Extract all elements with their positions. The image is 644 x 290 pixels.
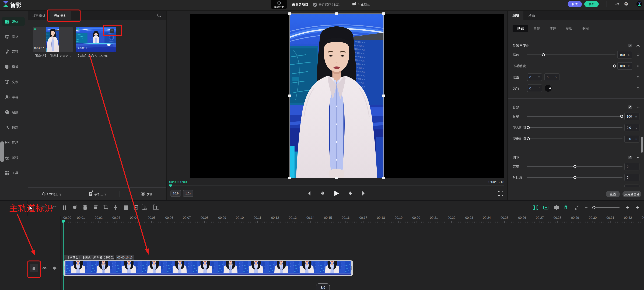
svg-text:00:12: 00:12: [271, 216, 279, 220]
svg-text:00:11: 00:11: [254, 216, 261, 220]
svg-text:0: 0: [530, 76, 531, 79]
svg-text:0.0: 0.0: [627, 137, 631, 141]
svg-text:00:30: 00:30: [589, 216, 596, 220]
svg-text:00:03: 00:03: [112, 216, 120, 220]
svg-text:00:27: 00:27: [536, 216, 544, 220]
svg-text:00:31: 00:31: [606, 216, 614, 220]
svg-text:00:22: 00:22: [448, 216, 456, 220]
svg-text:00:02: 00:02: [95, 216, 102, 220]
svg-text:00:07: 00:07: [183, 216, 191, 220]
svg-text:00:15: 00:15: [324, 216, 332, 220]
svg-text:1.0x: 1.0x: [185, 192, 191, 195]
svg-text:00:00:17: 00:00:17: [78, 46, 87, 49]
svg-text:00:17: 00:17: [360, 216, 367, 220]
svg-text:Y: Y: [556, 76, 557, 79]
svg-text:00:24: 00:24: [483, 216, 491, 220]
svg-text:00:13: 00:13: [289, 216, 296, 220]
svg-text:00:00:16:13: 00:00:16:13: [487, 180, 504, 184]
svg-text:00:01: 00:01: [77, 216, 85, 220]
svg-text:00:32: 00:32: [624, 216, 632, 220]
svg-text:00:33: 00:33: [642, 216, 644, 220]
svg-text:S: S: [636, 138, 637, 140]
svg-text:00:09: 00:09: [218, 216, 226, 220]
svg-text:0.0: 0.0: [627, 126, 631, 130]
svg-text:0: 0: [627, 165, 628, 168]
svg-text:100: 100: [620, 64, 625, 68]
svg-text:00:19: 00:19: [394, 216, 402, 220]
svg-text:00:00:16:13: 00:00:16:13: [117, 256, 132, 259]
svg-text:16:9: 16:9: [173, 192, 178, 195]
svg-text:00:23: 00:23: [465, 216, 473, 220]
svg-text:00:14: 00:14: [306, 216, 314, 220]
svg-text:00:29: 00:29: [571, 216, 579, 220]
svg-text:00:05: 00:05: [148, 216, 156, 220]
svg-text:0: 0: [530, 87, 531, 90]
svg-text:00:20: 00:20: [412, 216, 420, 220]
svg-text:100: 100: [627, 115, 632, 118]
svg-text:00:08: 00:08: [200, 216, 208, 220]
svg-text:00:00:17: 00:00:17: [34, 46, 44, 49]
svg-text:S: S: [636, 126, 637, 129]
svg-text:00:16: 00:16: [342, 216, 350, 220]
svg-text:%: %: [628, 64, 630, 68]
svg-text:%: %: [628, 54, 630, 56]
svg-text:3/9: 3/9: [320, 286, 325, 290]
svg-text:0: 0: [627, 176, 628, 180]
svg-text:0: 0: [547, 76, 548, 79]
svg-text:00:26: 00:26: [518, 216, 526, 220]
svg-text:00:18: 00:18: [377, 216, 385, 220]
svg-text:°: °: [539, 87, 540, 90]
svg-text:00:28: 00:28: [554, 216, 562, 220]
svg-text:00:25: 00:25: [500, 216, 508, 220]
svg-text:?: ?: [625, 2, 627, 6]
svg-text:00:00:00:00: 00:00:00:00: [169, 180, 187, 184]
svg-text:%: %: [635, 115, 637, 118]
svg-text:X: X: [538, 76, 540, 79]
svg-text:00:21: 00:21: [430, 216, 438, 220]
svg-text:00:10: 00:10: [236, 216, 244, 220]
svg-text:00:06: 00:06: [165, 216, 173, 220]
svg-text:00:00: 00:00: [63, 216, 71, 220]
svg-text:100: 100: [620, 53, 625, 57]
svg-text:00:04: 00:04: [130, 216, 138, 220]
